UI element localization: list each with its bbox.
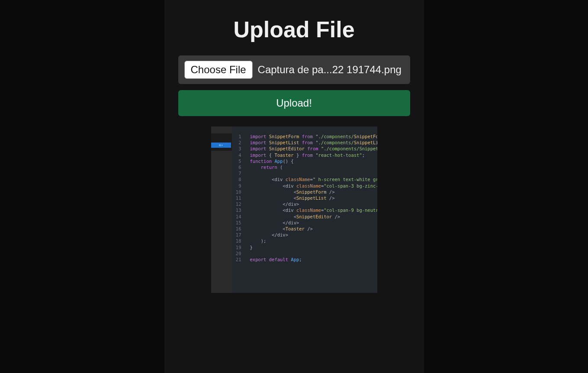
preview-tab-icons: ⧉ × bbox=[211, 143, 231, 148]
choose-file-button[interactable]: Choose File bbox=[184, 61, 253, 79]
code-lines: import SnippetForm from "./components/Sn… bbox=[250, 133, 377, 263]
code-editor-preview: 123456789101112131415161718192021 import… bbox=[232, 126, 377, 293]
preview-editor-tab: ⧉ × bbox=[211, 143, 231, 148]
upload-button[interactable]: Upload! bbox=[178, 90, 410, 116]
page-title: Upload File bbox=[164, 16, 424, 42]
preview-sidebar bbox=[211, 133, 232, 151]
image-preview: ⧉ × 123456789101112131415161718192021 im… bbox=[211, 126, 377, 293]
selected-filename: Captura de pa...22 191744.png bbox=[258, 64, 404, 76]
upload-panel: Upload File Choose File Captura de pa...… bbox=[164, 0, 424, 373]
file-input-row: Choose File Captura de pa...22 191744.pn… bbox=[178, 55, 410, 84]
code-gutter: 123456789101112131415161718192021 bbox=[232, 133, 245, 263]
